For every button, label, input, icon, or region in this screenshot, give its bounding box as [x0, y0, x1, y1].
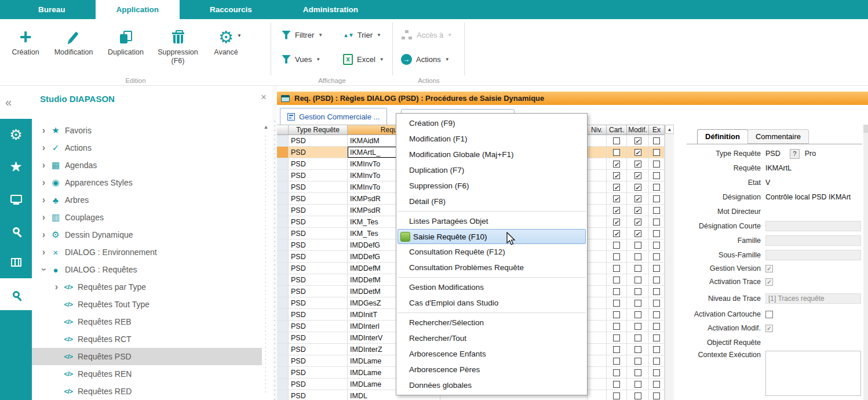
row-gutter[interactable] — [277, 135, 289, 146]
filtrer-button[interactable]: Filtrer ▼ — [282, 27, 323, 42]
header-niveau[interactable]: Niv. — [588, 125, 607, 135]
cartouche-checkbox[interactable] — [607, 181, 627, 192]
ex-checkbox[interactable] — [649, 228, 665, 239]
ex-checkbox[interactable] — [649, 390, 665, 400]
table-scrollbar[interactable]: ▲ — [665, 125, 674, 400]
cartouche-checkbox[interactable] — [607, 147, 627, 158]
row-gutter[interactable] — [277, 355, 289, 366]
creation-button[interactable]: + Création — [3, 24, 48, 66]
modif-checkbox[interactable] — [627, 367, 649, 378]
modif-checkbox[interactable] — [627, 170, 649, 181]
tree-item[interactable]: </> Requêtes Tout Type — [32, 296, 262, 313]
tree-item[interactable]: › × DIALOG : Environnement — [32, 243, 262, 261]
menu-item[interactable]: Rechercher/Sélection — [396, 315, 587, 330]
cartouche-checkbox[interactable] — [607, 263, 627, 274]
chevron-down-icon[interactable]: ▼ — [237, 33, 242, 38]
modif-checkbox[interactable] — [627, 309, 649, 320]
ribbon-tab[interactable]: Application — [96, 0, 180, 19]
cartouche-checkbox[interactable] — [607, 239, 627, 250]
actions-button[interactable]: → Actions ▼ — [401, 52, 450, 67]
cartouche-checkbox[interactable] — [607, 344, 627, 355]
row-gutter[interactable] — [277, 344, 289, 355]
ex-checkbox[interactable] — [649, 158, 665, 169]
modif-checkbox[interactable] — [627, 251, 649, 262]
collapse-sidebar-button[interactable]: « — [5, 96, 12, 109]
modif-checkbox[interactable] — [627, 344, 649, 355]
modification-button[interactable]: Modification — [48, 24, 100, 66]
tab-commentaire[interactable]: Commentaire — [747, 129, 809, 144]
tree-item[interactable]: </> Requêtes REN — [32, 365, 262, 383]
modif-checkbox[interactable] — [627, 205, 649, 216]
excel-button[interactable]: Excel ▼ — [343, 52, 384, 67]
modif-checkbox[interactable] — [627, 193, 649, 204]
menu-item[interactable]: Création (F9) — [396, 115, 587, 131]
ex-checkbox[interactable] — [649, 297, 665, 308]
ex-checkbox[interactable] — [649, 181, 665, 192]
expand-arrow-icon[interactable]: › — [52, 282, 61, 292]
ex-checkbox[interactable] — [649, 309, 665, 320]
cartouche-checkbox[interactable] — [607, 170, 627, 181]
duplication-button[interactable]: Duplication — [100, 24, 152, 66]
cartouche-checkbox[interactable] — [607, 321, 627, 332]
menu-item[interactable]: Suppression (F6) — [396, 178, 587, 194]
ex-checkbox[interactable] — [649, 286, 665, 297]
cartouche-checkbox[interactable] — [607, 355, 627, 366]
row-gutter[interactable] — [277, 332, 289, 343]
header-type-requete[interactable]: Type Requête — [289, 125, 348, 135]
tree-item[interactable]: </> Requêtes REB — [32, 313, 262, 330]
cartouche-checkbox[interactable] — [607, 379, 627, 390]
tree-item[interactable]: › ◉ Apparences Styles — [32, 174, 262, 191]
row-gutter[interactable] — [277, 228, 289, 239]
ex-checkbox[interactable] — [649, 193, 665, 204]
cartouche-checkbox[interactable] — [607, 367, 627, 378]
tab-definition[interactable]: Définition — [697, 129, 748, 144]
modif-checkbox[interactable] — [627, 332, 649, 343]
header-ex[interactable]: Ex — [649, 125, 665, 135]
menu-item[interactable]: Cas d'Emploi dans Studio — [396, 295, 587, 311]
row-gutter[interactable] — [277, 239, 289, 250]
tree-item[interactable]: › ⚙ Dessin Dynamique — [32, 226, 262, 243]
menu-item[interactable]: Arborescence Enfants — [396, 346, 587, 362]
ribbon-tab[interactable]: Bureau — [17, 0, 86, 19]
modif-checkbox[interactable] — [627, 355, 649, 366]
menu-item[interactable]: Gestion Modifications — [396, 279, 587, 295]
modif-checkbox[interactable] — [627, 147, 649, 158]
ex-checkbox[interactable] — [649, 263, 665, 274]
rail-search-active-button[interactable] — [0, 278, 32, 310]
row-gutter[interactable] — [277, 181, 289, 192]
tree-item[interactable]: </> Requêtes PSD — [32, 348, 262, 365]
rail-favorites-button[interactable]: ★ — [0, 151, 32, 183]
ex-checkbox[interactable] — [649, 332, 665, 343]
row-gutter[interactable] — [277, 297, 289, 308]
modif-checkbox[interactable] — [627, 228, 649, 239]
ex-checkbox[interactable] — [649, 205, 665, 216]
modif-checkbox[interactable] — [627, 297, 649, 308]
expand-arrow-icon[interactable]: › — [39, 230, 49, 240]
modif-checkbox[interactable] — [627, 181, 649, 192]
tab-gestion-commerciale[interactable]: Gestion Commerciale ... — [280, 108, 387, 125]
modif-checkbox[interactable] — [627, 274, 649, 285]
ex-checkbox[interactable] — [649, 321, 665, 332]
activation-cartouche-checkbox[interactable] — [765, 311, 773, 318]
row-gutter[interactable] — [277, 263, 289, 274]
scroll-up-button[interactable]: ▲ — [665, 125, 674, 134]
tree-item[interactable]: </> Requêtes RCT — [32, 330, 262, 348]
menu-item[interactable]: Données globales — [396, 377, 587, 393]
row-gutter[interactable] — [277, 321, 289, 332]
cartouche-checkbox[interactable] — [607, 274, 627, 285]
tree-item[interactable]: </> Requêtes RED — [32, 383, 262, 400]
ex-checkbox[interactable] — [649, 274, 665, 285]
row-gutter[interactable] — [277, 158, 289, 169]
menu-item[interactable] — [396, 311, 587, 315]
modif-checkbox[interactable] — [627, 239, 649, 250]
contexte-execution-textarea[interactable] — [765, 351, 861, 396]
panel-splitter[interactable] — [272, 86, 277, 400]
row-gutter[interactable] — [277, 216, 289, 227]
tree-item[interactable]: › ♣ Arbres — [32, 191, 262, 209]
tree-scrollbar[interactable]: ▲ — [262, 124, 269, 395]
rail-grid-button[interactable] — [0, 246, 32, 278]
menu-item[interactable]: Modification Globale (Maj+F1) — [396, 147, 587, 162]
tree-item[interactable]: › ▦ Agendas — [32, 157, 262, 174]
row-gutter[interactable] — [277, 170, 289, 181]
scroll-thumb[interactable] — [863, 125, 868, 133]
